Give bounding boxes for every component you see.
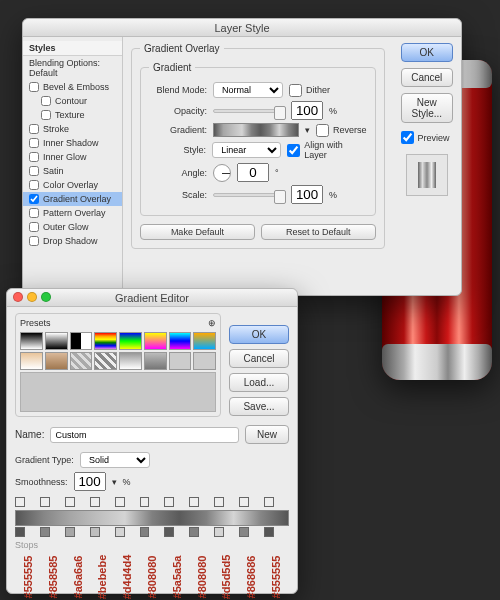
cancel-button[interactable]: Cancel: [229, 349, 289, 368]
type-select[interactable]: Solid: [80, 452, 150, 468]
preset-item[interactable]: [20, 332, 43, 350]
preset-item[interactable]: [45, 352, 68, 370]
style-item-color-overlay[interactable]: Color Overlay: [23, 178, 122, 192]
reset-default-button[interactable]: Reset to Default: [261, 224, 376, 240]
opacity-stop[interactable]: [90, 497, 100, 507]
color-stop[interactable]: [264, 527, 274, 537]
color-stop[interactable]: [189, 527, 199, 537]
gradient-dropdown-icon[interactable]: ▾: [305, 125, 310, 135]
gradient-editor-titlebar[interactable]: Gradient Editor: [7, 289, 297, 307]
preset-item[interactable]: [193, 332, 216, 350]
preset-item[interactable]: [144, 352, 167, 370]
opacity-stop[interactable]: [189, 497, 199, 507]
opacity-input[interactable]: [291, 101, 323, 120]
preset-item[interactable]: [119, 352, 142, 370]
dither-checkbox[interactable]: Dither: [289, 84, 330, 97]
scale-input[interactable]: [291, 185, 323, 204]
style-item-checkbox[interactable]: [29, 236, 39, 246]
style-item-outer-glow[interactable]: Outer Glow: [23, 220, 122, 234]
save-button[interactable]: Save...: [229, 397, 289, 416]
presets-menu-icon[interactable]: ⊕: [208, 318, 216, 328]
window-controls[interactable]: [13, 292, 51, 302]
opacity-stop[interactable]: [40, 497, 50, 507]
color-stop[interactable]: [239, 527, 249, 537]
opacity-stop[interactable]: [239, 497, 249, 507]
ok-button[interactable]: OK: [401, 43, 453, 62]
opacity-stop[interactable]: [164, 497, 174, 507]
style-item-stroke[interactable]: Stroke: [23, 122, 122, 136]
style-item-bevel-emboss[interactable]: Bevel & Emboss: [23, 80, 122, 94]
color-stops-row[interactable]: [15, 526, 289, 538]
color-stop[interactable]: [115, 527, 125, 537]
preset-item[interactable]: [45, 332, 68, 350]
angle-dial[interactable]: [213, 164, 231, 182]
preset-item[interactable]: [169, 352, 192, 370]
opacity-stops-row[interactable]: [15, 497, 289, 509]
name-input[interactable]: [50, 427, 239, 443]
style-item-pattern-overlay[interactable]: Pattern Overlay: [23, 206, 122, 220]
style-item-checkbox[interactable]: [29, 180, 39, 190]
opacity-stop[interactable]: [264, 497, 274, 507]
preview-checkbox[interactable]: Preview: [401, 131, 453, 144]
preset-item[interactable]: [119, 332, 142, 350]
color-stop[interactable]: [90, 527, 100, 537]
smoothness-dropdown-icon[interactable]: ▾: [112, 477, 117, 487]
opacity-stop[interactable]: [214, 497, 224, 507]
opacity-stop[interactable]: [140, 497, 150, 507]
gradient-bar[interactable]: [15, 510, 289, 526]
preset-item[interactable]: [94, 332, 117, 350]
opacity-stop[interactable]: [65, 497, 75, 507]
smoothness-input[interactable]: [74, 472, 106, 491]
style-item-gradient-overlay[interactable]: Gradient Overlay: [23, 192, 122, 206]
cancel-button[interactable]: Cancel: [401, 68, 453, 87]
style-item-inner-shadow[interactable]: Inner Shadow: [23, 136, 122, 150]
angle-input[interactable]: [237, 163, 269, 182]
preset-item[interactable]: [94, 352, 117, 370]
style-item-satin[interactable]: Satin: [23, 164, 122, 178]
style-item-checkbox[interactable]: [29, 208, 39, 218]
preset-item[interactable]: [70, 352, 93, 370]
preset-item[interactable]: [169, 332, 192, 350]
styles-header[interactable]: Styles: [23, 41, 122, 56]
presets-empty-area[interactable]: [20, 372, 216, 412]
style-item-checkbox[interactable]: [29, 194, 39, 204]
style-item-contour[interactable]: Contour: [23, 94, 122, 108]
color-stop[interactable]: [65, 527, 75, 537]
style-item-checkbox[interactable]: [29, 222, 39, 232]
opacity-stop[interactable]: [15, 497, 25, 507]
make-default-button[interactable]: Make Default: [140, 224, 255, 240]
color-stop[interactable]: [164, 527, 174, 537]
style-item-checkbox[interactable]: [41, 96, 51, 106]
new-style-button[interactable]: New Style...: [401, 93, 453, 123]
zoom-icon[interactable]: [41, 292, 51, 302]
preset-item[interactable]: [70, 332, 93, 350]
opacity-slider[interactable]: [213, 109, 285, 113]
close-icon[interactable]: [13, 292, 23, 302]
style-item-checkbox[interactable]: [29, 138, 39, 148]
load-button[interactable]: Load...: [229, 373, 289, 392]
new-button[interactable]: New: [245, 425, 289, 444]
scale-slider[interactable]: [213, 193, 285, 197]
style-item-drop-shadow[interactable]: Drop Shadow: [23, 234, 122, 248]
gradient-swatch[interactable]: [213, 123, 299, 137]
style-item-checkbox[interactable]: [29, 152, 39, 162]
style-item-texture[interactable]: Texture: [23, 108, 122, 122]
reverse-checkbox[interactable]: Reverse: [316, 124, 367, 137]
style-item-inner-glow[interactable]: Inner Glow: [23, 150, 122, 164]
color-stop[interactable]: [214, 527, 224, 537]
style-item-checkbox[interactable]: [41, 110, 51, 120]
style-item-checkbox[interactable]: [29, 124, 39, 134]
blending-options-row[interactable]: Blending Options: Default: [23, 56, 122, 80]
color-stop[interactable]: [140, 527, 150, 537]
preset-item[interactable]: [144, 332, 167, 350]
color-stop[interactable]: [40, 527, 50, 537]
style-select[interactable]: Linear: [212, 142, 281, 158]
blend-mode-select[interactable]: Normal: [213, 82, 283, 98]
style-item-checkbox[interactable]: [29, 166, 39, 176]
style-item-checkbox[interactable]: [29, 82, 39, 92]
preset-item[interactable]: [20, 352, 43, 370]
ok-button[interactable]: OK: [229, 325, 289, 344]
preset-item[interactable]: [193, 352, 216, 370]
align-checkbox[interactable]: Align with Layer: [287, 140, 366, 160]
opacity-stop[interactable]: [115, 497, 125, 507]
